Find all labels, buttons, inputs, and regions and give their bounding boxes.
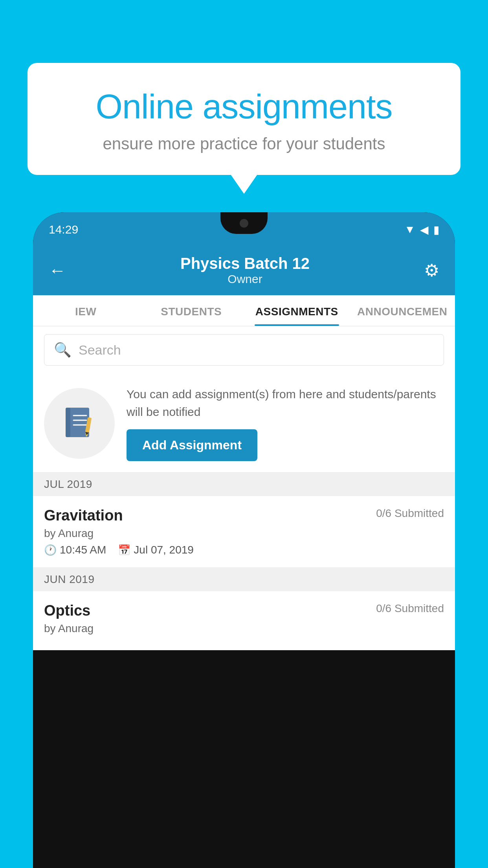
promo-right: You can add assignment(s) from here and … <box>127 385 444 461</box>
meta-date: 📅 Jul 07, 2019 <box>118 544 194 556</box>
battery-icon: ▮ <box>433 223 439 236</box>
phone-screen: 🔍 Search <box>33 326 455 650</box>
batch-title: Physics Batch 12 <box>66 255 424 272</box>
search-bar[interactable]: 🔍 Search <box>44 334 444 366</box>
add-assignment-button[interactable]: Add Assignment <box>127 429 257 461</box>
tabs-bar: IEW STUDENTS ASSIGNMENTS ANNOUNCEMEN <box>33 295 455 326</box>
header-title-group: Physics Batch 12 Owner <box>66 255 424 286</box>
optics-assignment-by: by Anurag <box>44 622 444 635</box>
status-time: 14:29 <box>49 223 78 236</box>
bubble-subtitle: ensure more practice for your students <box>51 134 437 153</box>
app-header: ← Physics Batch 12 Owner ⚙ <box>33 247 455 295</box>
speech-bubble: Online assignments ensure more practice … <box>28 63 460 175</box>
status-bar: 14:29 ▼ ◀ ▮ <box>33 212 455 247</box>
assignment-gravitation[interactable]: Gravitation 0/6 Submitted by Anurag 🕐 10… <box>33 496 455 568</box>
phone-frame: 14:29 ▼ ◀ ▮ ← Physics Batch 12 Owner ⚙ I… <box>33 212 455 868</box>
assignment-title: Gravitation <box>44 507 123 524</box>
optics-submitted-count: 0/6 Submitted <box>376 602 444 615</box>
assignment-optics-row1: Optics 0/6 Submitted <box>44 602 444 619</box>
add-assignment-promo: You can add assignment(s) from here and … <box>33 373 455 473</box>
search-icon: 🔍 <box>54 342 72 358</box>
camera <box>240 219 248 228</box>
signal-icon: ◀ <box>420 223 429 236</box>
notebook-svg-icon <box>60 404 99 443</box>
calendar-icon: 📅 <box>118 544 130 556</box>
assignment-time: 10:45 AM <box>60 544 106 556</box>
svg-rect-1 <box>66 408 70 437</box>
search-placeholder: Search <box>79 342 121 358</box>
assignment-date: Jul 07, 2019 <box>134 544 194 556</box>
assignment-optics[interactable]: Optics 0/6 Submitted by Anurag <box>33 591 455 650</box>
assignment-by: by Anurag <box>44 527 444 540</box>
submitted-count: 0/6 Submitted <box>376 507 444 520</box>
notch <box>220 212 268 234</box>
assignment-optics-title: Optics <box>44 602 90 619</box>
promo-text: You can add assignment(s) from here and … <box>127 385 444 421</box>
section-jul-2019: JUL 2019 <box>33 473 455 496</box>
bubble-title: Online assignments <box>51 86 437 127</box>
clock-icon: 🕐 <box>44 544 57 556</box>
assignment-row1: Gravitation 0/6 Submitted <box>44 507 444 524</box>
promo-icon-circle <box>44 388 115 459</box>
search-container: 🔍 Search <box>33 326 455 373</box>
assignment-meta: 🕐 10:45 AM 📅 Jul 07, 2019 <box>44 544 444 556</box>
tab-assignments[interactable]: ASSIGNMENTS <box>244 295 350 326</box>
settings-button[interactable]: ⚙ <box>424 260 439 280</box>
tab-announcements[interactable]: ANNOUNCEMEN <box>350 295 455 326</box>
back-button[interactable]: ← <box>49 261 66 280</box>
owner-label: Owner <box>66 272 424 286</box>
tab-students[interactable]: STUDENTS <box>139 295 244 326</box>
tab-overview[interactable]: IEW <box>33 295 139 326</box>
status-icons: ▼ ◀ ▮ <box>404 223 439 236</box>
section-jun-2019: JUN 2019 <box>33 568 455 591</box>
wifi-icon: ▼ <box>404 223 415 236</box>
meta-time: 🕐 10:45 AM <box>44 544 106 556</box>
